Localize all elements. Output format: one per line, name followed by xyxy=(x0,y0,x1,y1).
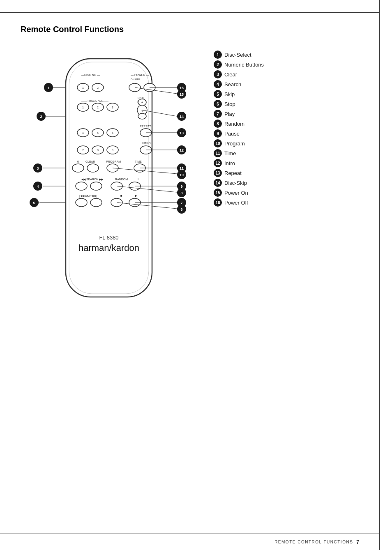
legend-number: 6 xyxy=(214,100,222,108)
legend-item: 14 Disc-Skip xyxy=(214,179,304,187)
svg-text:◀◀ SEARCH ▶▶: ◀◀ SEARCH ▶▶ xyxy=(81,178,104,181)
legend-number: 8 xyxy=(214,120,222,128)
svg-text:1: 1 xyxy=(82,106,84,109)
svg-text:0: 0 xyxy=(77,160,79,163)
svg-text:2: 2 xyxy=(40,115,42,119)
legend-label: Random xyxy=(224,121,244,127)
svg-text:7: 7 xyxy=(82,149,84,152)
legend-item: 5 Skip xyxy=(214,90,304,98)
svg-text:REPEAT: REPEAT xyxy=(140,125,151,128)
legend-label: Play xyxy=(224,111,235,117)
legend-number: 10 xyxy=(214,139,222,147)
svg-point-54 xyxy=(90,182,102,190)
legend-label: Clear xyxy=(224,71,237,78)
footer-section-text: REMOTE CONTROL FUNCTIONS xyxy=(274,540,353,544)
svg-text:10: 10 xyxy=(180,173,184,177)
legend-label: Skip xyxy=(224,91,235,97)
svg-text:FL 8380: FL 8380 xyxy=(99,235,118,241)
legend-item: 8 Random xyxy=(214,120,304,128)
svg-text:2: 2 xyxy=(97,86,99,89)
legend-number: 3 xyxy=(214,70,222,78)
legend-number: 4 xyxy=(214,80,222,88)
content-area: —DISC NO.— — POWER — ON OFF 1 2 ——TRACK … xyxy=(21,46,371,344)
legend-number: 11 xyxy=(214,149,222,157)
svg-point-60 xyxy=(76,198,87,207)
legend-item: 13 Repeat xyxy=(214,169,304,177)
svg-text:16: 16 xyxy=(180,86,184,90)
footer-bar: REMOTE CONTROL FUNCTIONS 7 xyxy=(0,534,380,550)
legend-number: 16 xyxy=(214,198,222,207)
legend-item: 7 Play xyxy=(214,110,304,118)
svg-text:▶: ▶ xyxy=(135,194,138,198)
svg-text:9: 9 xyxy=(112,149,113,152)
svg-point-61 xyxy=(90,198,102,207)
svg-point-46 xyxy=(72,164,84,172)
svg-text:II: II xyxy=(138,177,139,181)
legend-label: Numeric Buttons xyxy=(224,62,264,68)
svg-text:ON     OFF: ON OFF xyxy=(131,78,140,81)
legend-label: Power Off xyxy=(224,200,248,206)
legend-number: 12 xyxy=(214,159,222,167)
svg-text:+: + xyxy=(141,101,143,104)
svg-text:■: ■ xyxy=(120,194,122,198)
svg-text:INTRO: INTRO xyxy=(142,142,151,145)
legend-item: 4 Search xyxy=(214,80,304,88)
svg-text:8: 8 xyxy=(180,191,182,195)
legend-label: Program xyxy=(224,140,245,147)
svg-text:4: 4 xyxy=(37,184,39,189)
legend-number: 1 xyxy=(214,51,222,59)
legend-label: Stop xyxy=(224,101,235,107)
svg-text:4: 4 xyxy=(82,131,84,134)
legend-label: Disc-Select xyxy=(224,52,251,58)
legend-number: 5 xyxy=(214,90,222,98)
legend-label: Repeat xyxy=(224,170,242,176)
svg-text:–: – xyxy=(141,115,143,118)
svg-text:1: 1 xyxy=(82,86,84,89)
svg-text:|◀◀ SKIP ▶▶|: |◀◀ SKIP ▶▶| xyxy=(79,194,97,198)
svg-text:—DISC NO.—: —DISC NO.— xyxy=(81,74,100,76)
legend-label: Disc-Skip xyxy=(224,180,247,186)
legend-label: Pause xyxy=(224,131,240,137)
svg-text:13: 13 xyxy=(180,131,184,135)
svg-text:——TRACK NO.——: ——TRACK NO.—— xyxy=(81,99,108,102)
legend-item: 12 Intro xyxy=(214,159,304,167)
svg-text:6: 6 xyxy=(180,207,182,212)
svg-text:RANDOM: RANDOM xyxy=(115,178,128,181)
svg-text:8: 8 xyxy=(97,149,99,152)
svg-text:12: 12 xyxy=(180,148,184,152)
legend-label: Power On xyxy=(224,190,248,196)
svg-text:7: 7 xyxy=(180,201,182,205)
svg-text:9: 9 xyxy=(180,184,182,189)
page-title: Remote Control Functions xyxy=(21,25,371,34)
svg-text:1: 1 xyxy=(47,86,49,90)
svg-text:5: 5 xyxy=(33,201,35,205)
legend-number: 15 xyxy=(214,189,222,197)
svg-text:5: 5 xyxy=(97,131,99,134)
legend-item: 9 Pause xyxy=(214,129,304,138)
svg-text:6: 6 xyxy=(112,131,113,134)
svg-text:TIME: TIME xyxy=(135,160,142,163)
svg-text:3: 3 xyxy=(37,166,39,170)
svg-text:15: 15 xyxy=(180,92,184,97)
svg-text:11: 11 xyxy=(180,166,184,170)
svg-text:CLEAR: CLEAR xyxy=(85,160,95,163)
remote-illustration: —DISC NO.— — POWER — ON OFF 1 2 ——TRACK … xyxy=(21,46,197,342)
legend-number: 14 xyxy=(214,179,222,187)
legend-area: 1 Disc-Select 2 Numeric Buttons 3 Clear … xyxy=(214,46,304,208)
svg-point-47 xyxy=(87,164,99,172)
remote-area: —DISC NO.— — POWER — ON OFF 1 2 ——TRACK … xyxy=(21,46,197,344)
legend-label: Intro xyxy=(224,160,235,166)
legend-item: 11 Time xyxy=(214,149,304,157)
legend-item: 1 Disc-Select xyxy=(214,51,304,59)
svg-text:— POWER —: — POWER — xyxy=(131,74,149,76)
legend-number: 9 xyxy=(214,129,222,138)
legend-item: 15 Power On xyxy=(214,189,304,197)
legend-number: 13 xyxy=(214,169,222,177)
svg-text:2: 2 xyxy=(97,106,99,109)
svg-text:14: 14 xyxy=(180,115,184,119)
legend-label: Time xyxy=(224,150,236,156)
legend-label: Search xyxy=(224,81,241,87)
page-container: Remote Control Functions —DISC NO.— — PO… xyxy=(0,0,392,550)
legend-item: 3 Clear xyxy=(214,70,304,78)
legend-item: 6 Stop xyxy=(214,100,304,108)
